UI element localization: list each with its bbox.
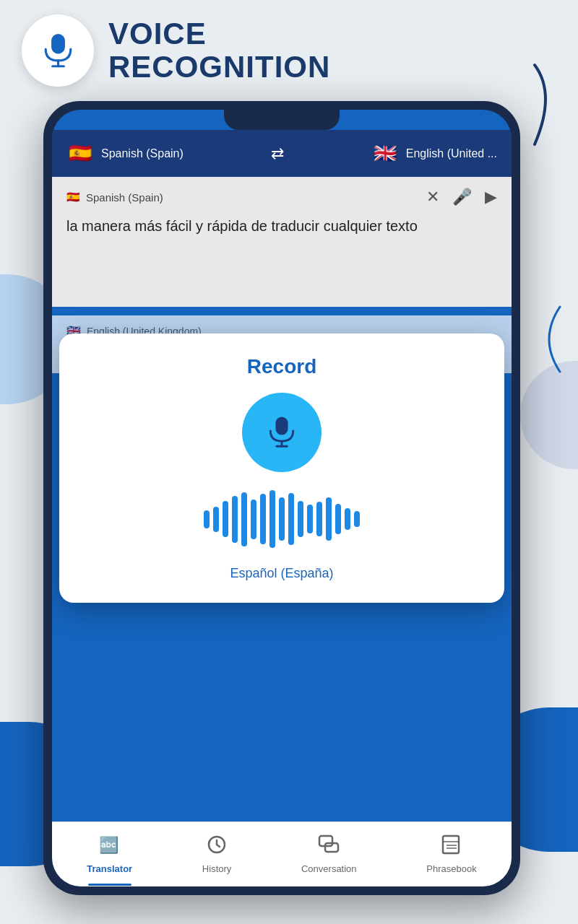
- svg-rect-10: [443, 836, 459, 853]
- phone-notch: [224, 110, 340, 130]
- wave-bar: [279, 497, 285, 541]
- wave-bar: [213, 507, 219, 532]
- nav-label-history: History: [202, 863, 231, 874]
- mic-input-button[interactable]: 🎤: [452, 188, 472, 206]
- wave-bar: [232, 496, 238, 543]
- language-bar: 🇪🇸 Spanish (Spain) ⇄ 🇬🇧 English (United …: [52, 130, 512, 177]
- input-header: 🇪🇸 Spanish (Spain) ✕ 🎤 ▶: [66, 188, 497, 206]
- input-text: la manera más fácil y rápida de traducir…: [66, 215, 497, 237]
- wave-bar: [354, 511, 360, 527]
- wave-bar: [288, 493, 294, 545]
- nav-label-phrasebook: Phrasebook: [426, 863, 476, 874]
- bottom-navigation: 🔤 Translator History: [52, 821, 512, 886]
- send-input-button[interactable]: ▶: [485, 188, 497, 206]
- nav-item-phrasebook[interactable]: Phrasebook: [415, 829, 487, 880]
- source-lang-name: Spanish (Spain): [101, 147, 184, 160]
- target-lang-name: English (United ...: [406, 147, 497, 160]
- target-flag: 🇬🇧: [371, 140, 399, 167]
- source-language[interactable]: 🇪🇸 Spanish (Spain): [66, 140, 184, 167]
- history-icon: [207, 834, 227, 860]
- svg-text:🔤: 🔤: [99, 835, 119, 855]
- wave-bar: [223, 501, 228, 537]
- wave-bar: [316, 502, 322, 536]
- input-actions: ✕ 🎤 ▶: [426, 188, 497, 206]
- svg-rect-0: [51, 33, 65, 53]
- input-flag: 🇪🇸: [66, 191, 80, 204]
- app-header: VOICE RECOGNITION: [22, 14, 330, 87]
- nav-label-conversation: Conversation: [301, 863, 357, 874]
- wave-bar: [204, 510, 210, 528]
- deco-curve-mid-right: [531, 303, 574, 375]
- conversation-icon: [318, 834, 340, 860]
- record-lang-label: Español (España): [230, 566, 333, 581]
- header-mic-icon: [38, 31, 78, 71]
- wave-bar: [335, 504, 341, 534]
- phone-screen: 🇪🇸 Spanish (Spain) ⇄ 🇬🇧 English (United …: [52, 110, 512, 886]
- nav-active-indicator: [88, 884, 131, 886]
- wave-bar: [260, 494, 266, 544]
- nav-item-conversation[interactable]: Conversation: [290, 829, 368, 880]
- svg-rect-3: [275, 417, 288, 435]
- wave-bar: [251, 500, 256, 539]
- nav-item-history[interactable]: History: [191, 829, 242, 880]
- input-lang-label: 🇪🇸 Spanish (Spain): [66, 191, 163, 204]
- phrasebook-icon: [441, 834, 462, 860]
- wave-bar: [269, 490, 275, 548]
- bg-decoration-right-mid: [520, 361, 578, 469]
- translator-icon: 🔤: [99, 834, 121, 860]
- input-area: 🇪🇸 Spanish (Spain) ✕ 🎤 ▶ la manera más f…: [52, 177, 512, 307]
- wave-bar: [298, 501, 303, 537]
- record-title: Record: [247, 355, 316, 378]
- app-title: VOICE RECOGNITION: [108, 17, 330, 84]
- wave-bar: [241, 492, 247, 546]
- phone-frame: 🇪🇸 Spanish (Spain) ⇄ 🇬🇧 English (United …: [43, 101, 520, 895]
- record-modal: Record: [59, 334, 504, 603]
- clear-input-button[interactable]: ✕: [426, 188, 439, 206]
- source-flag: 🇪🇸: [66, 140, 94, 167]
- wave-bar: [307, 505, 313, 533]
- record-mic-icon: [264, 414, 300, 450]
- input-lang-name: Spanish (Spain): [86, 191, 163, 204]
- swap-languages-button[interactable]: ⇄: [271, 144, 284, 163]
- wave-bar: [345, 508, 350, 530]
- record-mic-button[interactable]: [242, 393, 322, 472]
- wave-bar: [326, 497, 332, 541]
- nav-label-translator: Translator: [87, 863, 132, 874]
- waveform: [204, 490, 360, 548]
- header-mic-circle: [22, 14, 94, 87]
- nav-item-translator[interactable]: 🔤 Translator: [76, 829, 143, 880]
- target-language[interactable]: 🇬🇧 English (United ...: [371, 140, 497, 167]
